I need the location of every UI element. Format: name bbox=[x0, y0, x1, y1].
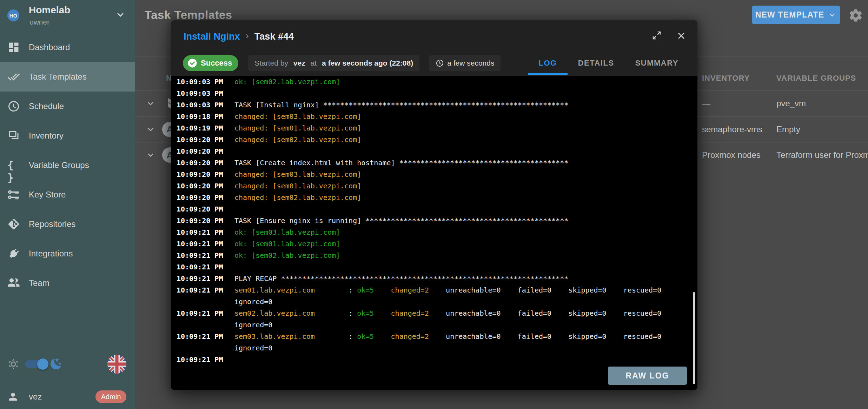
status-chips: Success Started by vez at a few seconds … bbox=[183, 55, 501, 71]
check-circle-icon bbox=[187, 58, 198, 68]
chevron-down-icon[interactable] bbox=[145, 124, 156, 135]
log-timestamp: 10:09:20 PM bbox=[177, 215, 234, 227]
log-message: sem03.lab.vezpi.com : ok=5 changed=2 unr… bbox=[234, 331, 661, 342]
chevron-down-icon[interactable] bbox=[145, 149, 156, 161]
sidebar: HO Homelab owner DashboardTask Templates… bbox=[0, 0, 135, 409]
uk-flag-icon[interactable] bbox=[107, 355, 126, 374]
log-message: changed: [sem01.lab.vezpi.com] bbox=[234, 180, 361, 192]
column-header-variable-groups: VARIABLE GROUPS bbox=[776, 74, 856, 83]
chevron-down-icon[interactable] bbox=[145, 98, 156, 109]
log-timestamp: 10:09:20 PM bbox=[177, 146, 234, 157]
log-timestamp: 10:09:03 PM bbox=[177, 76, 234, 88]
log-message: changed: [sem03.lab.vezpi.com] bbox=[234, 111, 361, 122]
log-line: 10:09:03 PMok: [sem02.lab.vezpi.com] bbox=[177, 76, 697, 88]
sidebar-item-inventory[interactable]: Inventory bbox=[0, 121, 135, 150]
log-timestamp bbox=[177, 319, 234, 331]
raw-log-button[interactable]: RAW LOG bbox=[608, 367, 687, 385]
team-name: Homelab bbox=[29, 5, 70, 16]
log-timestamp: 10:09:20 PM bbox=[177, 134, 234, 146]
theme-toggle[interactable] bbox=[25, 360, 47, 368]
column-header-inventory: INVENTORY bbox=[702, 74, 750, 83]
status-label: Success bbox=[201, 59, 232, 68]
modal-tab-summary[interactable]: SUMMARY bbox=[625, 20, 689, 76]
started-info-text: at bbox=[309, 59, 319, 67]
sidebar-item-label: Inventory bbox=[29, 131, 64, 141]
cell-inventory: — bbox=[702, 99, 710, 108]
sidebar-item-variable-groups[interactable]: { }Variable Groups bbox=[0, 150, 135, 180]
log-message: TASK [Ensure nginx is running] *********… bbox=[234, 215, 568, 227]
log-timestamp: 10:09:21 PM bbox=[177, 354, 234, 366]
log-line: ignored=0 bbox=[177, 296, 697, 308]
sidebar-nav: DashboardTask TemplatesScheduleInventory… bbox=[0, 33, 135, 298]
template-link[interactable]: Install Nginx bbox=[184, 31, 240, 42]
log-message: ignored=0 bbox=[234, 342, 272, 354]
clock-icon bbox=[436, 59, 444, 67]
task-log: 10:09:03 PMok: [sem02.lab.vezpi.com]10:0… bbox=[171, 76, 697, 390]
key-icon bbox=[7, 188, 20, 201]
sidebar-item-integrations[interactable]: Integrations bbox=[0, 239, 135, 268]
log-timestamp bbox=[177, 342, 234, 354]
log-timestamp: 10:09:19 PM bbox=[177, 122, 234, 134]
log-line: 10:09:21 PMsem01.lab.vezpi.com : ok=5 ch… bbox=[177, 284, 697, 296]
log-message: ok: [sem02.lab.vezpi.com] bbox=[234, 76, 340, 88]
started-info-text: Started by bbox=[254, 59, 290, 67]
chevron-down-icon bbox=[114, 8, 127, 21]
log-line: 10:09:20 PM bbox=[177, 146, 697, 157]
log-timestamp: 10:09:20 PM bbox=[177, 169, 234, 180]
log-line: 10:09:21 PMok: [sem03.lab.vezpi.com] bbox=[177, 227, 697, 238]
sidebar-item-schedule[interactable]: Schedule bbox=[0, 92, 135, 121]
braces-icon: { } bbox=[7, 159, 20, 172]
check-all-icon bbox=[7, 71, 20, 83]
log-timestamp: 10:09:20 PM bbox=[177, 157, 234, 169]
sidebar-item-label: Team bbox=[29, 278, 49, 288]
started-info-text: a few seconds ago (22:08) bbox=[322, 59, 413, 67]
log-scrollbar-thumb[interactable] bbox=[693, 292, 695, 384]
modal-tab-log[interactable]: LOG bbox=[528, 20, 567, 76]
log-timestamp: 10:09:21 PM bbox=[177, 284, 234, 296]
log-timestamp: 10:09:03 PM bbox=[177, 88, 234, 99]
sidebar-item-repositories[interactable]: Repositories bbox=[0, 209, 135, 239]
log-message: sem01.lab.vezpi.com : ok=5 changed=2 unr… bbox=[234, 284, 661, 296]
log-line: 10:09:20 PMTASK [Create index.html with … bbox=[177, 157, 697, 169]
log-timestamp: 10:09:21 PM bbox=[177, 227, 234, 238]
sidebar-item-label: Repositories bbox=[29, 219, 75, 229]
log-timestamp: 10:09:21 PM bbox=[177, 238, 234, 250]
moon-icon bbox=[49, 357, 63, 370]
log-timestamp: 10:09:21 PM bbox=[177, 250, 234, 261]
started-info-text: vez bbox=[293, 59, 305, 67]
clock-icon bbox=[7, 100, 20, 113]
team-switcher[interactable]: HO Homelab owner bbox=[0, 0, 135, 33]
theme-row bbox=[0, 352, 135, 376]
new-template-label: NEW TEMPLATE bbox=[755, 10, 824, 20]
log-message: TASK [Create index.html with hostname] *… bbox=[234, 157, 568, 169]
sidebar-item-team[interactable]: Team bbox=[0, 268, 135, 298]
log-line: 10:09:20 PMchanged: [sem02.lab.vezpi.com… bbox=[177, 134, 697, 146]
sidebar-item-label: Key Store bbox=[29, 190, 66, 200]
gear-icon[interactable] bbox=[848, 8, 863, 23]
dashboard-icon bbox=[7, 41, 20, 54]
team-avatar: HO bbox=[7, 9, 19, 21]
log-line: 10:09:19 PMchanged: [sem01.lab.vezpi.com… bbox=[177, 122, 697, 134]
log-timestamp: 10:09:03 PM bbox=[177, 99, 234, 111]
sidebar-item-dashboard[interactable]: Dashboard bbox=[0, 33, 135, 62]
log-line: 10:09:20 PMTASK [Ensure nginx is running… bbox=[177, 215, 697, 227]
team-icon bbox=[7, 277, 20, 289]
new-template-button[interactable]: NEW TEMPLATE bbox=[752, 6, 840, 24]
modal-tab-details[interactable]: DETAILS bbox=[568, 20, 625, 76]
log-line: 10:09:20 PM bbox=[177, 203, 697, 215]
sidebar-item-key-store[interactable]: Key Store bbox=[0, 180, 135, 209]
log-message: changed: [sem02.lab.vezpi.com] bbox=[234, 192, 361, 203]
log-timestamp: 10:09:20 PM bbox=[177, 180, 234, 192]
monitor-icon bbox=[7, 129, 20, 142]
log-line: 10:09:20 PMchanged: [sem02.lab.vezpi.com… bbox=[177, 192, 697, 203]
modal-tabs: LOGDETAILSSUMMARY bbox=[528, 20, 689, 76]
cell-variable-groups: pve_vm bbox=[776, 99, 806, 108]
user-row[interactable]: vez Admin bbox=[0, 388, 135, 406]
sidebar-item-label: Schedule bbox=[29, 101, 64, 111]
log-line: 10:09:21 PMPLAY RECAP ******************… bbox=[177, 273, 697, 284]
sidebar-item-task-templates[interactable]: Task Templates bbox=[0, 62, 135, 92]
app-root: Task Templates ALL NAME INVENTORY VARIAB… bbox=[0, 0, 868, 409]
log-line: 10:09:21 PMsem02.lab.vezpi.com : ok=5 ch… bbox=[177, 308, 697, 319]
team-role: owner bbox=[29, 18, 49, 26]
log-timestamp: 10:09:20 PM bbox=[177, 203, 234, 215]
